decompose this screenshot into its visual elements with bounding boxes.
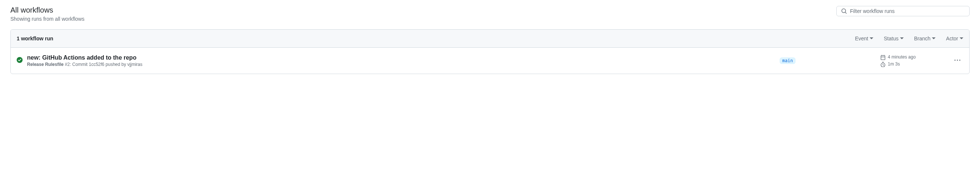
run-detail-text: #2: Commit 1cc52f6 pushed by vjjmiras [64,62,143,67]
filter-status[interactable]: Status [884,35,904,41]
filter-branch[interactable]: Branch [914,35,935,41]
kebab-icon [955,57,960,63]
table-header: 1 workflow run Event Status Branch Actor [11,30,969,48]
caret-down-icon [932,37,935,40]
row-actions-button[interactable] [952,55,963,67]
actions-col [951,55,963,67]
title-col: new: GitHub Actions added to the repo Re… [27,54,775,67]
workflow-name: Release Rulesfile [27,62,64,67]
page-title: All workflows [10,6,84,14]
search-box[interactable] [836,6,970,16]
run-row[interactable]: new: GitHub Actions added to the repo Re… [11,48,969,74]
page-subtitle: Showing runs from all workflows [10,16,84,22]
branch-col: main [780,57,876,64]
duration-row: 1m 3s [880,61,947,68]
duration: 1m 3s [888,61,900,68]
caret-down-icon [959,37,963,40]
time-ago: 4 minutes ago [888,54,916,61]
search-icon [841,8,847,14]
caret-down-icon [870,37,873,40]
filter-branch-label: Branch [914,35,931,41]
calendar-icon [880,55,886,60]
filter-group: Event Status Branch Actor [855,35,963,41]
runs-table: 1 workflow run Event Status Branch Actor [10,29,970,74]
run-title[interactable]: new: GitHub Actions added to the repo [27,54,775,61]
filter-event-label: Event [855,35,868,41]
caret-down-icon [900,37,904,40]
branch-badge[interactable]: main [780,57,795,64]
time-row: 4 minutes ago [880,54,947,61]
stopwatch-icon [880,62,886,67]
search-input[interactable] [850,8,965,14]
run-subtitle: Release Rulesfile #2: Commit 1cc52f6 pus… [27,62,775,67]
meta-col: 4 minutes ago 1m 3s [880,54,947,68]
check-circle-icon [17,57,22,63]
page-header: All workflows Showing runs from all work… [10,6,970,22]
header-text-block: All workflows Showing runs from all work… [10,6,84,22]
filter-actor[interactable]: Actor [946,35,963,41]
status-col [17,57,22,64]
filter-actor-label: Actor [946,35,958,41]
run-count-label: 1 workflow run [17,35,53,41]
filter-event[interactable]: Event [855,35,873,41]
filter-status-label: Status [884,35,899,41]
